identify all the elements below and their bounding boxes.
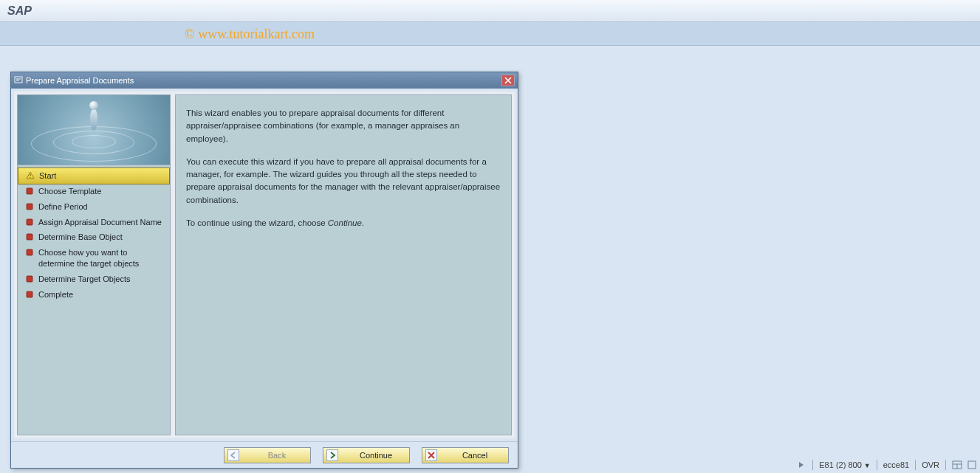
- toolbar: © www.tutorialkart.com: [0, 22, 980, 46]
- arrow-left-icon: [227, 449, 239, 461]
- wizard-step-label: Assign Appraisal Document Name: [38, 217, 162, 228]
- wizard-paragraph: This wizard enables you to prepare appra…: [186, 107, 501, 145]
- status-mode: OVR: [922, 460, 939, 469]
- dialog-body: Start Choose Template Define Period: [11, 89, 518, 441]
- button-label: Cancel: [448, 451, 502, 460]
- close-button[interactable]: [501, 75, 515, 86]
- wizard-right-column: This wizard enables you to prepare appra…: [175, 94, 512, 435]
- wizard-step-base-object[interactable]: Determine Base Object: [18, 229, 170, 245]
- svg-rect-11: [968, 461, 976, 469]
- layout-icon[interactable]: [952, 460, 962, 470]
- dialog-prepare-appraisal: Prepare Appraisal Documents: [10, 72, 518, 469]
- wizard-step-determine-target[interactable]: Determine Target Objects: [18, 272, 170, 287]
- wizard-step-define-period[interactable]: Define Period: [18, 199, 170, 215]
- chevron-down-icon: ▼: [864, 462, 871, 469]
- svg-rect-7: [27, 249, 32, 255]
- led-red-icon: [25, 290, 34, 299]
- svg-rect-0: [15, 77, 22, 83]
- svg-rect-5: [27, 219, 32, 225]
- button-label: Back: [250, 451, 304, 460]
- app-header: SAP: [0, 0, 980, 22]
- led-red-icon: [25, 218, 34, 227]
- wizard-step-choose-target-method[interactable]: Choose how you want to determine the tar…: [18, 245, 170, 272]
- svg-rect-9: [27, 291, 32, 297]
- triangle-right-icon[interactable]: [796, 460, 806, 470]
- svg-rect-2: [30, 177, 30, 178]
- wizard-image: [17, 94, 171, 165]
- led-red-icon: [25, 248, 34, 257]
- dialog-title: Prepare Appraisal Documents: [26, 76, 498, 85]
- wizard-content: This wizard enables you to prepare appra…: [175, 94, 512, 435]
- wizard-text: To continue using the wizard, choose: [186, 218, 328, 227]
- statusbar: E81 (2) 800▼ ecce81 OVR: [796, 457, 980, 473]
- wizard-step-assign-name[interactable]: Assign Appraisal Document Name: [18, 215, 170, 230]
- button-label: Continue: [349, 451, 403, 460]
- svg-rect-8: [27, 276, 32, 282]
- svg-rect-4: [27, 204, 32, 210]
- arrow-right-icon: [326, 449, 338, 461]
- app-title: SAP: [7, 4, 32, 18]
- status-system-text: E81 (2) 800: [819, 460, 861, 469]
- dialog-icon: [14, 75, 23, 86]
- wizard-paragraph: You can execute this wizard if you have …: [186, 156, 501, 207]
- canvas: Prepare Appraisal Documents: [0, 46, 980, 473]
- wizard-step-label: Complete: [38, 289, 73, 300]
- dialog-button-bar: Back Continue Cancel: [11, 441, 518, 468]
- wizard-step-list: Start Choose Template Define Period: [17, 165, 171, 435]
- led-red-icon: [25, 202, 34, 211]
- watermark-text: © www.tutorialkart.com: [185, 27, 315, 42]
- continue-button[interactable]: Continue: [323, 447, 410, 463]
- wizard-step-complete[interactable]: Complete: [18, 287, 170, 303]
- wizard-step-label: Choose Template: [38, 186, 101, 197]
- wizard-text-em: Continue: [328, 218, 362, 227]
- led-red-icon: [25, 187, 34, 196]
- wizard-step-label: Start: [39, 170, 56, 182]
- svg-rect-3: [27, 188, 32, 194]
- svg-rect-1: [30, 174, 30, 176]
- cancel-icon: [425, 449, 437, 461]
- led-red-icon: [25, 232, 34, 241]
- wizard-step-label: Define Period: [38, 201, 88, 213]
- wizard-step-label: Choose how you want to determine the tar…: [38, 247, 162, 269]
- wizard-step-start[interactable]: Start: [18, 168, 170, 184]
- wizard-left-column: Start Choose Template Define Period: [17, 94, 171, 435]
- wizard-text: .: [362, 218, 364, 227]
- cancel-button[interactable]: Cancel: [422, 447, 509, 463]
- warning-icon: [26, 171, 35, 180]
- expand-icon[interactable]: [967, 460, 977, 470]
- wizard-step-choose-template[interactable]: Choose Template: [18, 184, 170, 199]
- wizard-paragraph: To continue using the wizard, choose Con…: [186, 217, 501, 229]
- wizard-step-label: Determine Target Objects: [38, 274, 131, 285]
- status-system[interactable]: E81 (2) 800▼: [819, 460, 870, 469]
- back-button[interactable]: Back: [224, 447, 311, 463]
- led-red-icon: [25, 275, 34, 283]
- status-server: ecce81: [883, 460, 909, 469]
- wizard-step-label: Determine Base Object: [38, 232, 123, 243]
- svg-rect-6: [27, 234, 32, 240]
- dialog-titlebar[interactable]: Prepare Appraisal Documents: [11, 72, 518, 89]
